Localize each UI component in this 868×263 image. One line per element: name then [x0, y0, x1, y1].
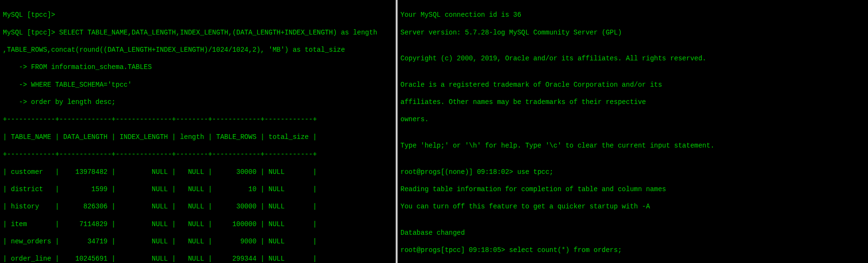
info-line: Server version: 5.7.28-log MySQL Communi… — [400, 28, 865, 37]
info-line: affiliates. Other names may be trademark… — [400, 98, 865, 106]
info-line: Reading table information for completion… — [400, 185, 865, 194]
query-line: -> FROM information_schema.TABLES — [3, 63, 393, 71]
info-line: owners. — [400, 115, 865, 124]
table-row: | order_line | 10245691 | NULL | NULL | … — [3, 254, 393, 263]
table-row: | new_orders | 34719 | NULL | NULL | 900… — [3, 237, 393, 246]
table-border: +------------+-------------+------------… — [3, 115, 393, 124]
query-line: -> WHERE TABLE_SCHEMA='tpcc' — [3, 80, 393, 89]
mysql-prompt: root@progs[(none)] 09:18:02> use tpcc; — [400, 168, 865, 176]
table-header: | TABLE_NAME | DATA_LENGTH | INDEX_LENGT… — [3, 133, 393, 141]
mysql-prompt: MySQL [tpcc]> — [3, 11, 393, 19]
terminal-left-pane[interactable]: MySQL [tpcc]> MySQL [tpcc]> SELECT TABLE… — [0, 0, 398, 263]
mysql-prompt: root@progs[tpcc] 09:18:05> select count(… — [400, 246, 865, 254]
info-line: Copyright (c) 2000, 2019, Oracle and/or … — [400, 54, 865, 63]
info-line: Type 'help;' or '\h' for help. Type '\c'… — [400, 141, 865, 150]
info-line: Your MySQL connection id is 36 — [400, 11, 865, 19]
info-line: You can turn off this feature to get a q… — [400, 202, 865, 211]
query-line: MySQL [tpcc]> SELECT TABLE_NAME,DATA_LEN… — [3, 28, 393, 37]
table-border: +------------+-------------+------------… — [3, 150, 393, 159]
query-line: -> order by length desc; — [3, 98, 393, 106]
info-line: Database changed — [400, 229, 865, 237]
terminal-right-pane[interactable]: Your MySQL connection id is 36 Server ve… — [398, 0, 868, 263]
query-line: ,TABLE_ROWS,concat(round((DATA_LENGTH+IN… — [3, 46, 393, 54]
info-line: Oracle is a registered trademark of Orac… — [400, 80, 865, 89]
table-row: | customer | 13978482 | NULL | NULL | 30… — [3, 168, 393, 176]
table-row: | item | 7114829 | NULL | NULL | 100000 … — [3, 220, 393, 229]
table-row: | district | 1599 | NULL | NULL | 10 | N… — [3, 185, 393, 194]
table-row: | history | 826306 | NULL | NULL | 30000… — [3, 202, 393, 211]
